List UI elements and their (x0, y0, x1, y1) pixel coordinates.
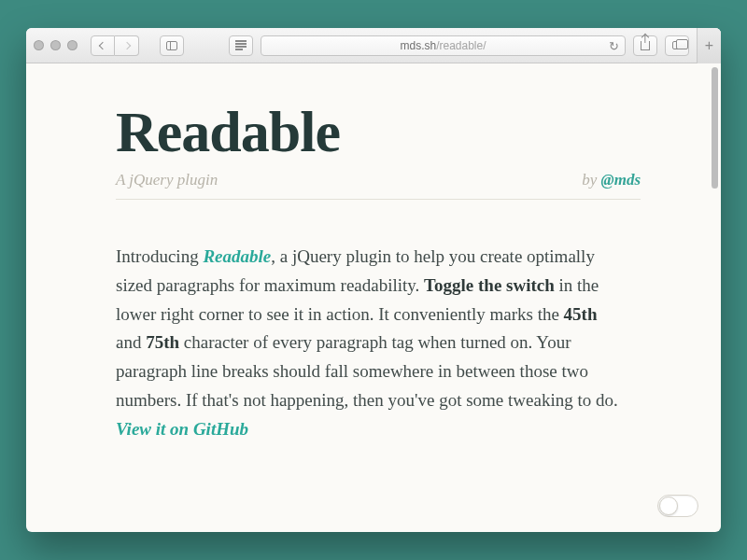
sidebar-button[interactable] (160, 35, 184, 56)
page-content: Readable A jQuery plugin by @mds Introdu… (26, 63, 708, 532)
char-75: 75th (146, 332, 179, 352)
forward-button[interactable] (115, 35, 139, 56)
readable-toggle-wrap (657, 495, 698, 517)
scroll-thumb[interactable] (712, 67, 718, 189)
toggle-knob-icon (659, 497, 678, 515)
zoom-window-icon[interactable] (67, 40, 78, 50)
reader-icon (235, 40, 247, 50)
by-prefix: by (582, 171, 600, 189)
browser-window: mds.sh/readable/ ↻ + Readable A jQuery p… (26, 28, 721, 532)
url-text: mds.sh/readable/ (400, 39, 486, 52)
toolbar-right (633, 35, 689, 56)
char-45: 45th (564, 304, 598, 324)
reader-button[interactable] (229, 35, 253, 56)
author-link[interactable]: @mds (601, 171, 641, 189)
chevron-left-icon (99, 41, 106, 49)
titlebar: mds.sh/readable/ ↻ + (26, 28, 721, 63)
tabs-icon (672, 41, 683, 49)
sidebar-icon (166, 41, 177, 50)
viewport: Readable A jQuery plugin by @mds Introdu… (26, 63, 721, 532)
intro-paragraph: Introducing Readable, a jQuery plugin to… (116, 243, 620, 443)
tabs-button[interactable] (665, 35, 689, 56)
scrollbar[interactable] (708, 63, 721, 532)
page-title: Readable (116, 99, 641, 165)
back-button[interactable] (91, 35, 115, 56)
nav-buttons (91, 35, 139, 56)
tagline: A jQuery plugin (116, 171, 218, 189)
reload-icon[interactable]: ↻ (609, 38, 619, 52)
close-window-icon[interactable] (34, 40, 44, 50)
github-link[interactable]: View it on GitHub (116, 419, 248, 439)
minimize-window-icon[interactable] (50, 40, 61, 50)
share-button[interactable] (633, 35, 657, 56)
author: by @mds (582, 171, 641, 189)
product-name: Readable (203, 246, 271, 266)
chevron-right-icon (122, 41, 130, 49)
address-bar[interactable]: mds.sh/readable/ ↻ (261, 35, 626, 56)
readable-toggle[interactable] (657, 495, 698, 517)
subtitle-row: A jQuery plugin by @mds (116, 171, 641, 200)
toggle-hint: Toggle the switch (424, 275, 555, 295)
window-controls (34, 40, 78, 50)
new-tab-button[interactable]: + (697, 28, 721, 63)
share-icon (641, 41, 650, 50)
